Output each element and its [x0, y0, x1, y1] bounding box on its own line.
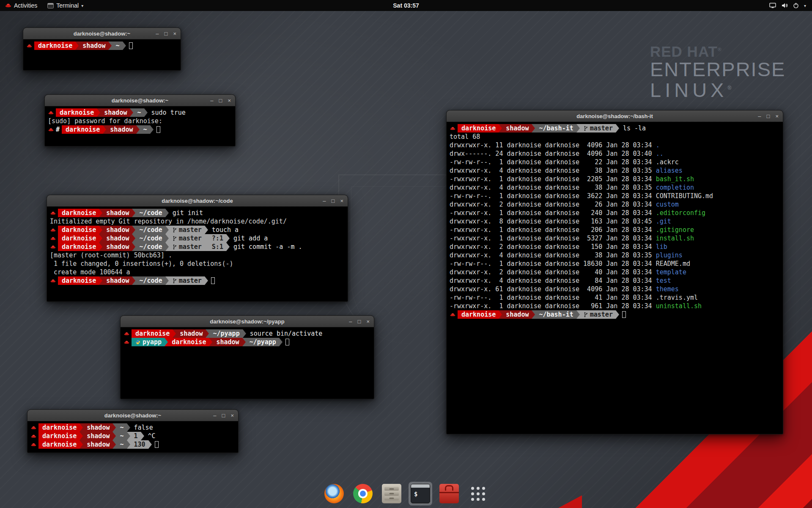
- terminal-line: darknoiseshadow~130: [30, 440, 235, 449]
- close-button[interactable]: ×: [230, 413, 234, 418]
- activities-button[interactable]: Activities: [0, 0, 42, 11]
- output-text: drwxrwxr-x. 2 darknoise darknoise 26 Jan…: [450, 201, 656, 208]
- prompt-segment-path: ~/code: [135, 276, 165, 285]
- close-button[interactable]: ×: [228, 98, 231, 103]
- dock-item-software[interactable]: [437, 482, 461, 505]
- prompt-segment-user: darknoise: [132, 329, 173, 338]
- command-text: false: [130, 424, 153, 431]
- branch-icon: [173, 236, 177, 241]
- branch-icon: [584, 312, 588, 318]
- terminal-line: darknoiseshadow~ false: [30, 423, 235, 432]
- prompt-segment-user: darknoise: [58, 234, 99, 243]
- output-text: uninstall.sh: [656, 302, 702, 310]
- powerline-separator-icon: [165, 209, 169, 217]
- redhat-prompt-icon: [50, 228, 56, 232]
- close-button[interactable]: ×: [173, 31, 176, 36]
- terminal-body[interactable]: darknoiseshadow~: [23, 39, 181, 52]
- powerline-separator-icon: [576, 124, 580, 133]
- app-menu-terminal[interactable]: Terminal ▾: [42, 0, 88, 11]
- terminal-line: create mode 100644 a: [50, 268, 345, 276]
- powerline-separator-icon: [499, 124, 502, 133]
- output-text: drwxrwxr-x. 4 darknoise darknoise 38 Jan…: [450, 251, 656, 259]
- terminal-line: drwxrwxr-x. 61 darknoise darknoise 4096 …: [450, 285, 780, 293]
- terminal-cursor: [155, 441, 159, 448]
- dock-item-chrome[interactable]: [351, 482, 375, 505]
- powerline-separator-icon: [279, 338, 283, 346]
- terminal-line: darknoiseshadow~/codemasterS:1 git commi…: [50, 243, 345, 251]
- powerline-separator-icon: [499, 310, 502, 319]
- powerline-separator-icon: [616, 124, 619, 133]
- minimize-button[interactable]: –: [210, 98, 213, 103]
- prompt-segment-user: darknoise: [58, 243, 99, 251]
- terminal-line: darknoiseshadow~/codemaster?:1 git add a: [50, 234, 345, 243]
- prompt-segment-host: shadow: [102, 276, 132, 285]
- maximize-button[interactable]: □: [767, 113, 770, 119]
- terminal-body[interactable]: darknoiseshadow~ falsedarknoiseshadow~1 …: [27, 421, 238, 451]
- dock-item-app-grid[interactable]: [466, 482, 490, 505]
- terminal-line: total 68: [450, 133, 780, 141]
- terminal-cursor: [156, 126, 160, 133]
- output-text: drwxrwxr-x. 61 darknoise darknoise 4096 …: [450, 285, 656, 293]
- dock-item-terminal[interactable]: [409, 482, 432, 505]
- window-titlebar[interactable]: darknoise@shadow:~ – □ ×: [45, 95, 235, 106]
- output-text: -rwxrwxr-x. 1 darknoise darknoise 240 Ja…: [450, 209, 656, 217]
- powerline-separator-icon: [173, 329, 176, 338]
- clock[interactable]: Sat 03:57: [393, 2, 419, 9]
- prompt-segment-status: ?:1: [208, 234, 226, 243]
- activities-label: Activities: [14, 2, 37, 9]
- maximize-button[interactable]: □: [222, 413, 225, 418]
- powerline-separator-icon: [132, 209, 135, 217]
- close-button[interactable]: ×: [775, 113, 779, 119]
- maximize-button[interactable]: □: [358, 319, 361, 324]
- powerline-separator-icon: [141, 432, 144, 440]
- dock-item-firefox[interactable]: [322, 482, 346, 505]
- terminal-line: -rw-rw-r--. 1 darknoise darknoise 18630 …: [450, 260, 780, 268]
- minimize-button[interactable]: –: [323, 198, 326, 204]
- powerline-separator-icon: [112, 440, 116, 449]
- window-titlebar[interactable]: darknoise@shadow:~/pyapp – □ ×: [121, 316, 374, 327]
- powerline-separator-icon: [80, 432, 83, 440]
- terminal-body[interactable]: darknoiseshadow~/code git initInitialize…: [47, 207, 348, 287]
- powerline-separator-icon: [616, 310, 619, 319]
- terminal-line: drwxrwxr-x. 8 darknoise darknoise 163 Ja…: [450, 217, 780, 226]
- powerline-separator-icon: [132, 276, 135, 285]
- powerline-separator-icon: [123, 41, 126, 50]
- powerline-separator-icon: [205, 276, 208, 285]
- minimize-button[interactable]: –: [349, 319, 352, 324]
- maximize-button[interactable]: □: [332, 198, 335, 204]
- maximize-button[interactable]: □: [219, 98, 222, 103]
- terminal-cursor: [622, 311, 626, 318]
- powerline-separator-icon: [206, 329, 209, 338]
- powerline-separator-icon: [243, 329, 246, 338]
- dock-item-files[interactable]: [380, 482, 403, 505]
- branch-icon: [173, 227, 177, 233]
- system-status-area[interactable]: ▾: [765, 0, 810, 11]
- terminal-body[interactable]: darknoiseshadow~ sudo true[sudo] passwor…: [45, 106, 235, 136]
- prompt-segment-venv: pyapp: [132, 338, 165, 346]
- close-button[interactable]: ×: [340, 198, 343, 204]
- close-button[interactable]: ×: [366, 319, 370, 324]
- prompt-segment-user: darknoise: [56, 108, 97, 117]
- output-text: 1 file changed, 0 insertions(+), 0 delet…: [50, 260, 233, 268]
- output-text: README.md: [656, 260, 690, 268]
- powerline-separator-icon: [165, 338, 168, 346]
- terminal-line: darknoiseshadow~/codemaster touch a: [50, 226, 345, 234]
- minimize-button[interactable]: –: [156, 31, 159, 36]
- terminal-window-home-1: darknoise@shadow:~ – □ × darknoiseshadow…: [23, 28, 181, 71]
- output-text: .editorconfig: [656, 209, 705, 217]
- minimize-button[interactable]: –: [758, 113, 761, 119]
- window-titlebar[interactable]: darknoise@shadow:~/code – □ ×: [47, 195, 348, 207]
- window-titlebar[interactable]: darknoise@shadow:~ – □ ×: [27, 410, 238, 421]
- output-text: ..: [656, 150, 664, 157]
- window-title: darknoise@shadow:~/bash-it: [576, 113, 653, 119]
- terminal-body[interactable]: darknoiseshadow~/pyapp source bin/activa…: [121, 327, 374, 348]
- window-titlebar[interactable]: darknoise@shadow:~/bash-it – □ ×: [447, 110, 783, 122]
- terminal-body[interactable]: darknoiseshadow~/bash-itmaster ls -latot…: [447, 122, 783, 321]
- terminal-line: drwxrwxr-x. 2 darknoise darknoise 26 Jan…: [450, 200, 780, 209]
- minimize-button[interactable]: –: [213, 413, 216, 418]
- output-text: -rw-rw-r--. 1 darknoise darknoise 3622 J…: [450, 192, 656, 200]
- maximize-button[interactable]: □: [165, 31, 168, 36]
- command-text: git add a: [230, 235, 268, 242]
- window-titlebar[interactable]: darknoise@shadow:~ – □ ×: [23, 28, 181, 39]
- output-text: themes: [656, 285, 679, 293]
